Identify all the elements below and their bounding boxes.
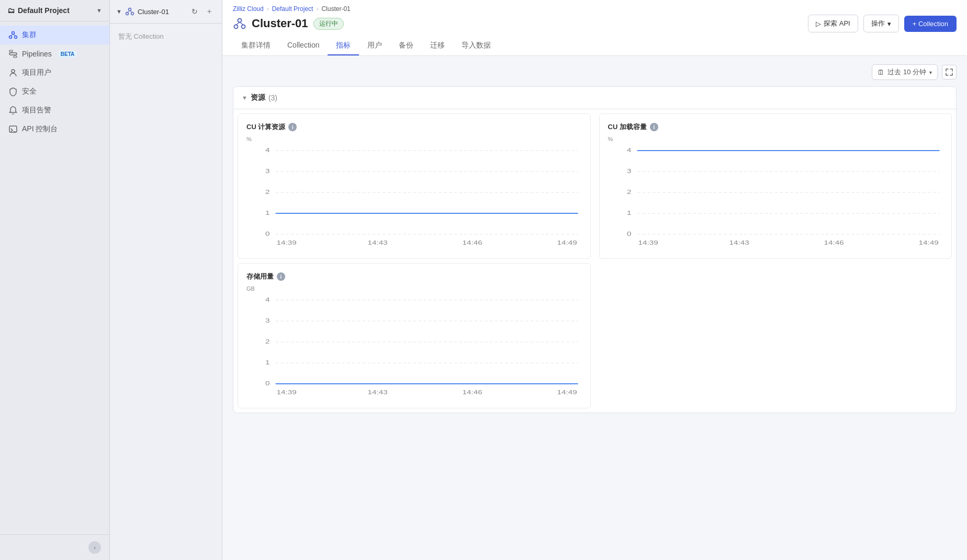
- project-name: Default Project: [18, 6, 70, 15]
- chart-cu-compute-info[interactable]: i: [288, 123, 297, 131]
- breadcrumb-zilliz[interactable]: Zilliz Cloud: [233, 5, 264, 13]
- chart-cu-compute-title: CU 计算资源 i: [246, 122, 582, 132]
- sidebar-item-security[interactable]: 安全: [0, 82, 109, 101]
- tab-collection[interactable]: Collection: [279, 37, 328, 55]
- svg-text:0: 0: [627, 231, 632, 237]
- add-collection-label: + Collection: [913, 20, 948, 28]
- operations-button[interactable]: 操作 ▾: [863, 15, 899, 32]
- svg-line-14: [127, 11, 130, 13]
- tab-import-data[interactable]: 导入数据: [453, 37, 499, 55]
- breadcrumb-project[interactable]: Default Project: [272, 5, 313, 13]
- tab-metrics[interactable]: 指标: [328, 37, 359, 55]
- refresh-button[interactable]: ↻: [188, 5, 201, 18]
- project-dropdown-arrow[interactable]: ▼: [96, 7, 102, 14]
- chart-placeholder: [595, 263, 952, 408]
- sidebar-item-label: Pipelines: [22, 50, 52, 58]
- calendar-icon: 🗓: [878, 68, 884, 76]
- content-area: 🗓 过去 10 分钟 ▾ ▼ 资源 (3): [222, 56, 967, 560]
- time-filter-dropdown[interactable]: 🗓 过去 10 分钟 ▾: [872, 64, 938, 80]
- ops-label: 操作: [871, 19, 885, 28]
- svg-text:3: 3: [265, 168, 270, 174]
- chart-title-label: CU 计算资源: [246, 122, 285, 132]
- chart-storage-title: 存储用量 i: [246, 272, 582, 281]
- header-row: Cluster-01 运行中 ▷ 探索 API 操作 ▾ + Collectio…: [233, 15, 957, 32]
- clusters-icon: [8, 30, 18, 40]
- svg-point-18: [242, 25, 245, 29]
- chart-cu-load-info[interactable]: i: [650, 123, 658, 131]
- svg-text:14:43: 14:43: [367, 389, 387, 395]
- svg-text:14:46: 14:46: [462, 389, 482, 395]
- chart-cu-load-area: 4 3 2 1 0 14:39 14:43 14:46 14:49: [608, 145, 943, 250]
- svg-point-0: [12, 32, 15, 35]
- svg-line-4: [13, 35, 16, 36]
- tab-users[interactable]: 用户: [359, 37, 390, 55]
- svg-point-16: [238, 19, 242, 22]
- svg-text:3: 3: [627, 168, 632, 174]
- breadcrumb: Zilliz Cloud › Default Project › Cluster…: [233, 0, 957, 15]
- breadcrumb-sep-2: ›: [316, 5, 318, 13]
- resources-collapse-arrow[interactable]: ▼: [242, 95, 248, 101]
- charts-bottom-grid: 存储用量 i GB 4: [233, 263, 956, 413]
- sidebar-item-api-console[interactable]: API 控制台: [0, 120, 109, 139]
- breadcrumb-cluster: Cluster-01: [321, 5, 350, 13]
- svg-point-12: [126, 13, 128, 15]
- sidebar-item-label: 集群: [22, 30, 37, 40]
- cluster-panel-name: Cluster-01: [138, 8, 169, 16]
- sidebar: 🗂 Default Project ▼ 集群: [0, 0, 110, 560]
- svg-text:3: 3: [265, 317, 270, 324]
- sidebar-bottom: ‹: [0, 534, 109, 560]
- chart-cu-compute-area: 4 3 2 1 0 14:39 14:43 14:46 14:49: [246, 145, 582, 250]
- svg-text:14:43: 14:43: [729, 239, 749, 246]
- svg-text:1: 1: [627, 210, 632, 216]
- bell-icon: [8, 106, 18, 115]
- svg-text:14:46: 14:46: [824, 239, 844, 246]
- explore-api-label: 探索 API: [824, 19, 850, 28]
- main-content: Zilliz Cloud › Default Project › Cluster…: [222, 0, 967, 560]
- svg-point-1: [9, 36, 12, 39]
- header-actions: ▷ 探索 API 操作 ▾ + Collection: [808, 15, 957, 32]
- svg-point-11: [128, 8, 131, 11]
- svg-text:14:39: 14:39: [276, 389, 296, 395]
- fullscreen-button[interactable]: [942, 65, 957, 79]
- svg-text:1: 1: [265, 210, 270, 216]
- tab-migration[interactable]: 迁移: [422, 37, 453, 55]
- svg-point-8: [12, 70, 15, 73]
- sidebar-item-clusters[interactable]: 集群: [0, 26, 109, 44]
- tab-cluster-detail[interactable]: 集群详情: [233, 37, 279, 55]
- svg-text:14:43: 14:43: [367, 239, 387, 246]
- svg-text:4: 4: [265, 147, 270, 153]
- explore-api-button[interactable]: ▷ 探索 API: [808, 15, 858, 32]
- svg-text:2: 2: [265, 189, 270, 195]
- resources-section: ▼ 资源 (3) CU 计算资源 i %: [233, 86, 957, 413]
- svg-text:4: 4: [265, 296, 270, 303]
- empty-collection-text: 暂无 Collection: [110, 24, 222, 50]
- svg-point-17: [234, 25, 238, 29]
- svg-line-20: [240, 22, 243, 25]
- cluster-panel-title: ▼ Cluster-01: [116, 7, 169, 16]
- sidebar-collapse-button[interactable]: ‹: [88, 541, 101, 554]
- svg-text:14:49: 14:49: [557, 239, 577, 246]
- svg-line-15: [130, 11, 132, 13]
- chevron-down-icon: ▼: [116, 8, 122, 15]
- sidebar-item-project-alerts[interactable]: 项目告警: [0, 101, 109, 120]
- add-collection-header-button[interactable]: + Collection: [904, 16, 957, 32]
- chart-unit-label: %: [608, 136, 943, 142]
- chart-storage-area: 4 3 2 1 0 14:39 14:43 14:46 14:49: [246, 295, 582, 399]
- svg-text:1: 1: [265, 359, 270, 365]
- tab-backup[interactable]: 备份: [390, 37, 422, 55]
- sidebar-item-project-users[interactable]: 项目用户: [0, 63, 109, 82]
- svg-rect-6: [9, 50, 13, 52]
- beta-badge: BETA: [58, 51, 77, 58]
- time-range-label: 过去 10 分钟: [887, 67, 926, 77]
- resources-title: 资源: [251, 93, 265, 102]
- svg-text:14:49: 14:49: [557, 389, 577, 395]
- svg-rect-5: [9, 53, 17, 55]
- sidebar-item-label: 安全: [22, 87, 37, 96]
- chart-storage-info[interactable]: i: [277, 272, 285, 281]
- chart-unit-label: %: [246, 136, 582, 142]
- cluster-title-icon: [233, 17, 246, 30]
- sidebar-item-pipelines[interactable]: Pipelines BETA: [0, 44, 109, 63]
- add-collection-button[interactable]: ＋: [203, 5, 216, 18]
- svg-text:2: 2: [265, 338, 270, 345]
- sidebar-header[interactable]: 🗂 Default Project ▼: [0, 0, 109, 21]
